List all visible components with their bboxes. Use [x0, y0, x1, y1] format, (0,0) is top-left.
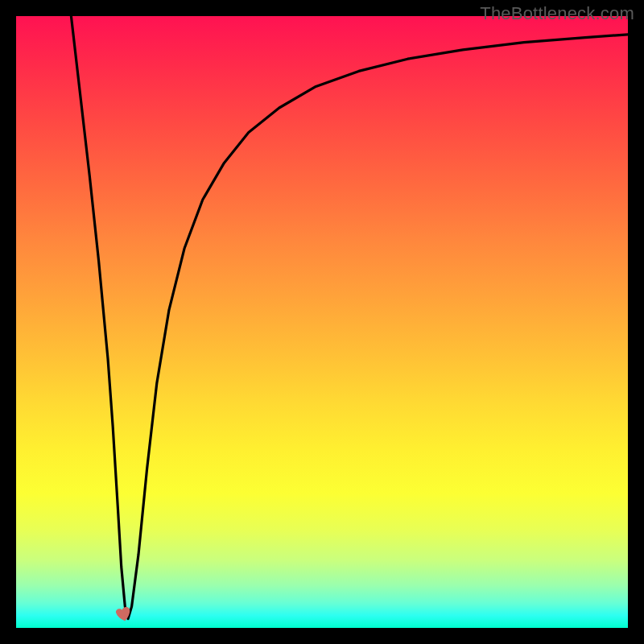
plot-area — [16, 16, 628, 628]
watermark-text: TheBottleneck.com — [480, 3, 634, 24]
heart-marker — [114, 605, 136, 622]
bottleneck-curve — [16, 16, 628, 628]
heart-icon — [114, 605, 136, 622]
